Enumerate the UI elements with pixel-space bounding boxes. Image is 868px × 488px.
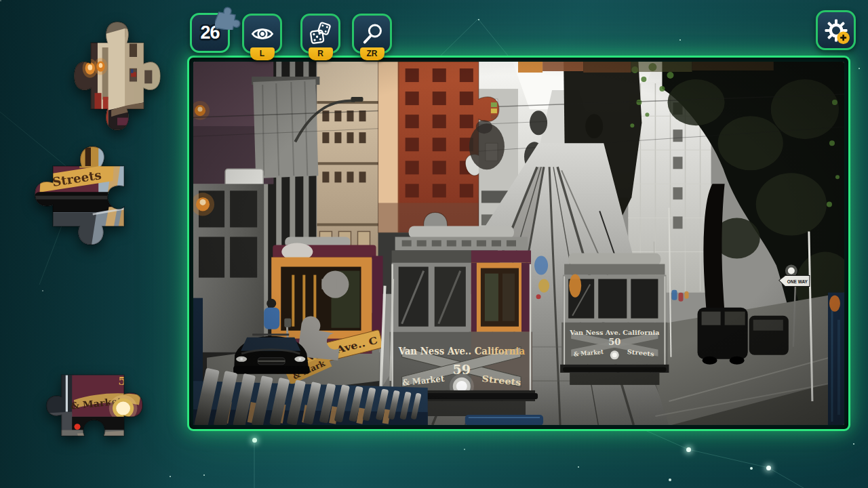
- puzzle-piece-icon: [215, 4, 241, 30]
- vignette: [193, 62, 844, 425]
- shortcut-badge-r: R: [309, 47, 333, 60]
- puzzle-scene-cable-cars: ONE WAY: [193, 62, 844, 425]
- puzzle-board[interactable]: ONE WAY: [187, 56, 850, 431]
- shuffle-button[interactable]: R: [300, 14, 340, 54]
- settings-button[interactable]: [816, 10, 856, 50]
- magnifier-icon: [360, 22, 384, 46]
- zoom-button[interactable]: ZR: [352, 14, 392, 54]
- game-screen: 26 L R: [0, 0, 868, 488]
- star-dot-large: [766, 466, 771, 470]
- shortcut-badge-zr: ZR: [360, 47, 384, 60]
- piece-counter: 26: [190, 13, 230, 53]
- eye-icon: [250, 22, 275, 46]
- preview-button[interactable]: L: [242, 14, 282, 54]
- tray-piece-market-59[interactable]: & Market 59: [42, 357, 148, 457]
- tray-piece-streets-banner[interactable]: Streets: [34, 138, 148, 249]
- star-dot-large: [252, 438, 257, 443]
- gear-plus-icon: [823, 17, 850, 44]
- dice-icon: [309, 22, 333, 46]
- star-dot-large: [686, 447, 691, 452]
- tray-piece-number: 59: [118, 373, 135, 387]
- shortcut-badge-l: L: [250, 47, 275, 60]
- tray-piece-building-lamps[interactable]: [72, 19, 163, 133]
